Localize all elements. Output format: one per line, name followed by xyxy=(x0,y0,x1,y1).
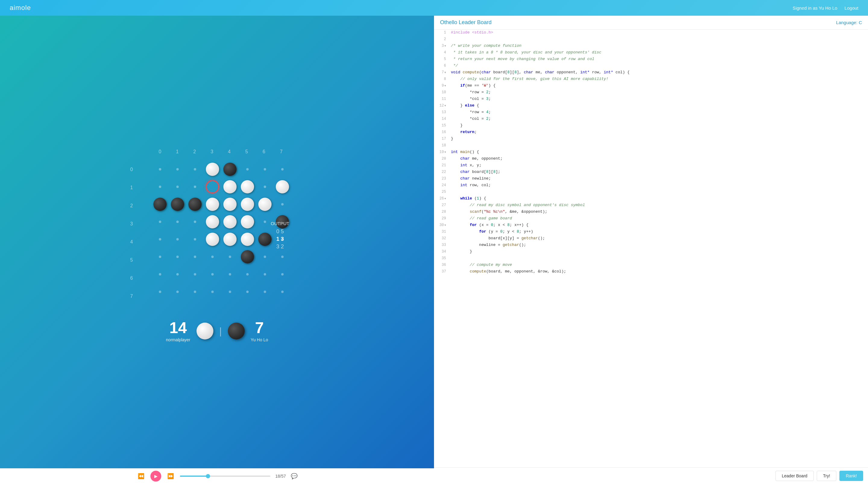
cell-3-3[interactable] xyxy=(204,213,221,231)
cell-6-4[interactable] xyxy=(221,265,239,283)
cell-2-6[interactable] xyxy=(256,196,274,213)
row-label-7: 7 xyxy=(130,288,133,305)
cell-7-1[interactable] xyxy=(169,283,186,301)
cell-4-0[interactable] xyxy=(151,231,169,248)
code-footer: Leader Board Try! Rank! xyxy=(434,467,868,484)
player1-disc xyxy=(196,322,213,339)
cell-3-2[interactable] xyxy=(186,213,204,231)
code-line-21: 21 int x, y; xyxy=(434,162,868,169)
code-line-13: 13 *row = 4; xyxy=(434,109,868,116)
col-label-1: 1 xyxy=(169,149,185,154)
code-line-23: 23 char newline; xyxy=(434,176,868,182)
forward-button[interactable]: ⏩ xyxy=(166,472,175,481)
code-line-4: 4 * it takes in a 8 * 8 board, your disc… xyxy=(434,50,868,56)
cell-4-4[interactable] xyxy=(221,231,239,248)
progress-text: 18/57 xyxy=(275,474,286,479)
cell-7-3[interactable] xyxy=(204,283,221,301)
try-button[interactable]: Try! xyxy=(817,471,837,481)
cell-2-2[interactable] xyxy=(186,196,204,213)
cell-0-3[interactable] xyxy=(204,161,221,178)
play-button[interactable]: ▶ xyxy=(150,471,161,482)
player2-name: Yu Ho Lo xyxy=(251,337,268,342)
cell-4-2[interactable] xyxy=(186,231,204,248)
cell-1-0[interactable] xyxy=(151,178,169,196)
cell-2-4[interactable] xyxy=(221,196,239,213)
cell-4-3[interactable] xyxy=(204,231,221,248)
cell-6-2[interactable] xyxy=(186,265,204,283)
cell-5-2[interactable] xyxy=(186,248,204,265)
cell-0-5[interactable] xyxy=(239,161,256,178)
cell-4-5[interactable] xyxy=(239,231,256,248)
cell-2-7[interactable] xyxy=(274,196,291,213)
controls-bar: ⏪ ▶ ⏩ 18/57 💬 xyxy=(0,468,434,484)
cell-2-1[interactable] xyxy=(169,196,186,213)
cell-7-7[interactable] xyxy=(274,283,291,301)
game-board[interactable] xyxy=(151,161,291,301)
score-area: 14 normalplayer | 7 Yu Ho Lo xyxy=(166,320,268,342)
logout-button[interactable]: Logout xyxy=(844,5,858,10)
progress-handle[interactable] xyxy=(206,474,210,478)
player2-disc xyxy=(228,322,245,339)
cell-6-7[interactable] xyxy=(274,265,291,283)
cell-3-1[interactable] xyxy=(169,213,186,231)
cell-7-0[interactable] xyxy=(151,283,169,301)
game-panel: 0 1 2 3 4 5 6 7 0 1 2 3 4 5 6 7 xyxy=(0,16,434,484)
code-line-22: 22 char board[8][8]; xyxy=(434,169,868,176)
player2-score: 7 Yu Ho Lo xyxy=(251,320,268,342)
cell-1-1[interactable] xyxy=(169,178,186,196)
language-label: Language: C xyxy=(836,20,862,25)
code-line-31: 31 for (y = 0; y < 8; y++) xyxy=(434,229,868,235)
cell-5-1[interactable] xyxy=(169,248,186,265)
code-line-11: 11 *col = 3; xyxy=(434,96,868,103)
code-panel: Othello Leader Board Language: C 1#inclu… xyxy=(434,16,868,484)
output-line-3: 3 2 xyxy=(271,244,289,250)
cell-7-2[interactable] xyxy=(186,283,204,301)
chat-icon[interactable]: 💬 xyxy=(291,473,298,480)
logo: aimole xyxy=(10,4,31,12)
rank-button[interactable]: Rank! xyxy=(839,471,863,481)
cell-4-1[interactable] xyxy=(169,231,186,248)
cell-6-6[interactable] xyxy=(256,265,274,283)
cell-5-5[interactable] xyxy=(239,248,256,265)
cell-6-0[interactable] xyxy=(151,265,169,283)
cell-3-4[interactable] xyxy=(221,213,239,231)
cell-1-3[interactable] xyxy=(204,178,221,196)
player1-score: 14 normalplayer xyxy=(166,320,190,342)
progress-bar[interactable] xyxy=(180,476,270,477)
cell-1-2[interactable] xyxy=(186,178,204,196)
code-content[interactable]: 1#include <stdio.h> 2 3/* write your com… xyxy=(434,30,868,467)
cell-2-3[interactable] xyxy=(204,196,221,213)
leader-board-button[interactable]: Leader Board xyxy=(775,471,814,481)
cell-2-0[interactable] xyxy=(151,196,169,213)
rewind-button[interactable]: ⏪ xyxy=(136,472,146,481)
cell-0-0[interactable] xyxy=(151,161,169,178)
cell-0-7[interactable] xyxy=(274,161,291,178)
player1-score-number: 14 xyxy=(169,320,187,336)
cell-7-6[interactable] xyxy=(256,283,274,301)
code-line-24: 24 int row, col; xyxy=(434,182,868,189)
cell-5-0[interactable] xyxy=(151,248,169,265)
cell-6-3[interactable] xyxy=(204,265,221,283)
cell-3-0[interactable] xyxy=(151,213,169,231)
cell-3-5[interactable] xyxy=(239,213,256,231)
code-line-37: 37 compute(board, me, opponent, &row, &c… xyxy=(434,268,868,275)
cell-6-5[interactable] xyxy=(239,265,256,283)
cell-6-1[interactable] xyxy=(169,265,186,283)
cell-5-3[interactable] xyxy=(204,248,221,265)
cell-1-7[interactable] xyxy=(274,178,291,196)
cell-1-6[interactable] xyxy=(256,178,274,196)
cell-0-6[interactable] xyxy=(256,161,274,178)
cell-5-4[interactable] xyxy=(221,248,239,265)
cell-1-5[interactable] xyxy=(239,178,256,196)
row-label-5: 5 xyxy=(130,251,133,269)
cell-1-4[interactable] xyxy=(221,178,239,196)
cell-0-2[interactable] xyxy=(186,161,204,178)
code-line-5: 5 * return your next move by changing th… xyxy=(434,56,868,63)
cell-0-4[interactable] xyxy=(221,161,239,178)
cell-7-4[interactable] xyxy=(221,283,239,301)
cell-0-1[interactable] xyxy=(169,161,186,178)
cell-7-5[interactable] xyxy=(239,283,256,301)
cell-2-5[interactable] xyxy=(239,196,256,213)
code-line-25: 25 xyxy=(434,189,868,196)
code-line-32: 32 board[x][y] = getchar(); xyxy=(434,235,868,242)
